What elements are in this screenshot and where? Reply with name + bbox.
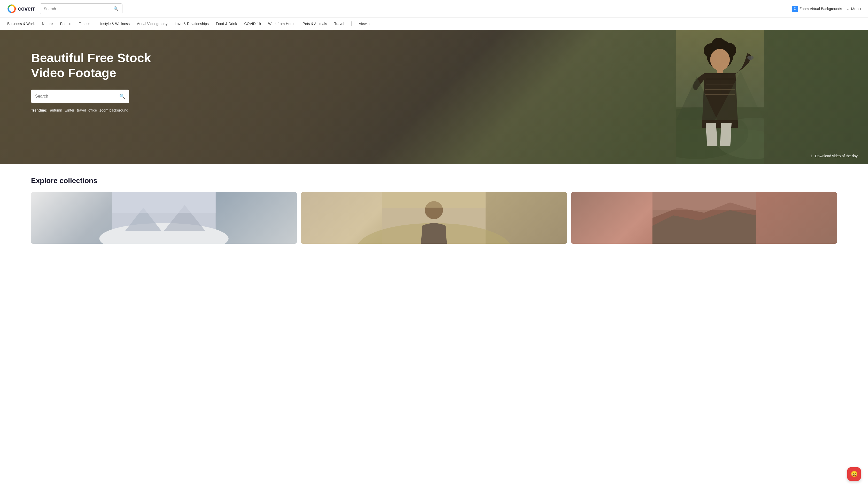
- svg-rect-26: [652, 192, 755, 210]
- collections-section: Explore collections: [0, 164, 868, 256]
- nav-item-fitness[interactable]: Fitness: [79, 22, 90, 26]
- trending-section: Trending: autumn winter travel office zo…: [31, 108, 837, 112]
- menu-button[interactable]: ⌄ Menu: [846, 6, 861, 11]
- nav-item-love[interactable]: Love & Relationships: [175, 22, 209, 26]
- zoom-label: Zoom Virtual Backgrounds: [800, 7, 842, 11]
- zoom-icon: Z: [792, 6, 798, 12]
- collection-card-2[interactable]: [301, 192, 567, 244]
- collection-card-3[interactable]: [571, 192, 837, 244]
- nav-item-covid[interactable]: COVID-19: [244, 22, 261, 26]
- collection-card-1[interactable]: [31, 192, 297, 244]
- trending-office[interactable]: office: [88, 108, 97, 112]
- hero-section: Beautiful Free Stock Video Footage 🔍 Tre…: [0, 30, 868, 164]
- download-video-button[interactable]: ⇓ Download video of the day: [810, 154, 858, 158]
- zoom-badge[interactable]: Z Zoom Virtual Backgrounds: [792, 6, 842, 12]
- nav-item-aerial[interactable]: Aerial Videography: [137, 22, 167, 26]
- card-3-image: [571, 192, 837, 244]
- collections-title: Explore collections: [31, 176, 837, 185]
- nav-item-pets[interactable]: Pets & Animals: [303, 22, 327, 26]
- hero-content: Beautiful Free Stock Video Footage 🔍 Tre…: [0, 30, 868, 133]
- nav-item-wfh[interactable]: Work from Home: [268, 22, 296, 26]
- header-search-bar[interactable]: 🔍: [40, 3, 122, 14]
- trending-zoom[interactable]: zoom background: [99, 108, 128, 112]
- hero-search-bar[interactable]: 🔍: [31, 90, 129, 103]
- category-nav: Business & Work Nature People Fitness Li…: [0, 18, 868, 30]
- search-icon[interactable]: 🔍: [119, 94, 125, 99]
- card-1-image: [31, 192, 297, 244]
- trending-winter[interactable]: winter: [65, 108, 74, 112]
- logo-text: coverr: [18, 5, 35, 12]
- nav-item-people[interactable]: People: [60, 22, 71, 26]
- logo-link[interactable]: coverr: [7, 4, 35, 13]
- nav-item-nature[interactable]: Nature: [42, 22, 53, 26]
- collections-grid: [31, 192, 837, 244]
- svg-rect-18: [113, 192, 216, 213]
- search-icon[interactable]: 🔍: [114, 6, 119, 11]
- trending-autumn[interactable]: autumn: [50, 108, 62, 112]
- nav-item-lifestyle[interactable]: Lifestyle & Wellness: [97, 22, 130, 26]
- logo-icon: [7, 4, 17, 13]
- menu-label: Menu: [851, 6, 861, 11]
- header-right: Z Zoom Virtual Backgrounds ⌄ Menu: [792, 6, 861, 12]
- download-label: Download video of the day: [815, 154, 858, 158]
- nav-item-food[interactable]: Food & Drink: [216, 22, 237, 26]
- svg-rect-22: [382, 192, 486, 207]
- trending-travel[interactable]: travel: [77, 108, 86, 112]
- nav-item-travel[interactable]: Travel: [334, 22, 344, 26]
- trending-label: Trending:: [31, 108, 48, 112]
- nav-item-business-work[interactable]: Business & Work: [7, 22, 35, 26]
- download-icon: ⇓: [810, 154, 813, 158]
- nav-item-viewall[interactable]: View all: [359, 22, 371, 26]
- header-search-input[interactable]: [44, 6, 114, 11]
- chevron-down-icon: ⌄: [846, 6, 849, 11]
- card-2-image: [301, 192, 567, 244]
- hero-title: Beautiful Free Stock Video Footage: [31, 51, 155, 80]
- header: coverr 🔍 Z Zoom Virtual Backgrounds ⌄ Me…: [0, 0, 868, 18]
- hero-search-input[interactable]: [35, 94, 119, 99]
